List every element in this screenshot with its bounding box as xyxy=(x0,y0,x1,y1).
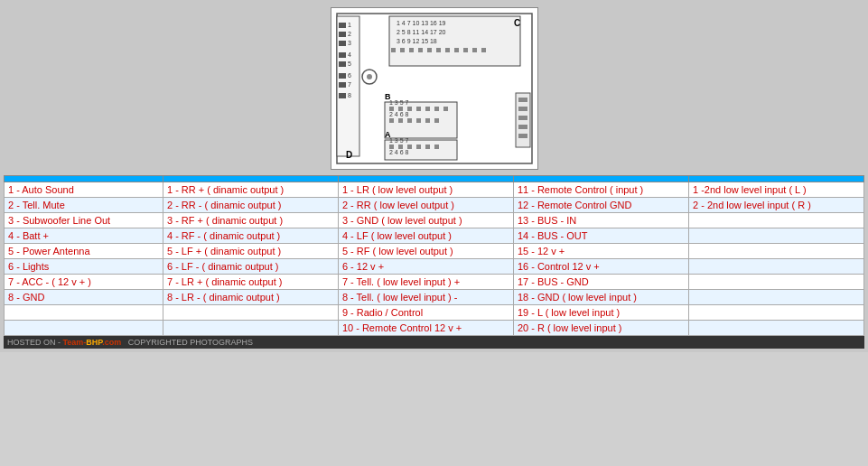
svg-rect-67 xyxy=(518,116,527,120)
svg-text:3: 3 xyxy=(348,40,351,46)
svg-rect-8 xyxy=(409,48,414,52)
table-row: 3 - Subwoofer Line Out3 - RF + ( dinamic… xyxy=(5,213,864,228)
cell-c1-3: 4 - LF ( low level output ) xyxy=(338,228,513,244)
header-d xyxy=(689,176,864,182)
cell-c1-8: 9 - Radio / Control xyxy=(338,305,513,321)
svg-rect-24 xyxy=(339,82,346,88)
pin-table: 1 - Auto Sound1 - RR + ( dinamic output … xyxy=(4,175,864,336)
svg-rect-15 xyxy=(472,48,477,52)
header-a xyxy=(5,176,163,182)
table-row: 10 - Remote Control 12 v +20 - R ( low l… xyxy=(5,321,864,336)
header-c2 xyxy=(513,176,688,182)
cell-c2-0: 11 - Remote Control ( input ) xyxy=(513,182,688,198)
cell-d-1: 2 - 2nd low level input ( R ) xyxy=(689,198,864,213)
svg-rect-12 xyxy=(445,48,450,52)
cell-a-0: 1 - Auto Sound xyxy=(5,182,163,198)
cell-d-7 xyxy=(689,290,864,305)
table-row: 2 - Tell. Mute2 - RR - ( dinamic output … xyxy=(5,198,864,213)
svg-rect-16 xyxy=(481,48,486,52)
cell-a-1: 2 - Tell. Mute xyxy=(5,198,163,213)
cell-a-9 xyxy=(5,321,163,336)
cell-d-6 xyxy=(689,275,864,290)
main-container: C 1 4 7 10 13 16 19 2 5 8 11 14 17 20 3 … xyxy=(0,0,868,352)
svg-rect-59 xyxy=(425,144,430,149)
svg-rect-43 xyxy=(434,107,439,111)
header-b xyxy=(163,176,338,182)
svg-rect-19 xyxy=(339,32,346,37)
svg-rect-51 xyxy=(434,118,439,123)
svg-rect-41 xyxy=(416,107,421,111)
cell-a-4: 5 - Power Antenna xyxy=(5,244,163,259)
svg-rect-20 xyxy=(339,41,346,46)
svg-rect-14 xyxy=(463,48,468,52)
cell-a-3: 4 - Batt + xyxy=(5,228,163,244)
svg-text:1: 1 xyxy=(348,22,351,28)
svg-rect-10 xyxy=(427,48,432,52)
cell-c2-9: 20 - R ( low level input ) xyxy=(513,321,688,336)
svg-rect-50 xyxy=(425,118,430,123)
svg-point-35 xyxy=(367,74,372,79)
cell-b-7: 8 - LR - ( dinamic output ) xyxy=(163,290,338,305)
header-c1 xyxy=(338,176,513,182)
svg-rect-46 xyxy=(389,118,394,123)
svg-rect-13 xyxy=(454,48,459,52)
svg-rect-58 xyxy=(416,144,421,149)
cell-c1-2: 3 - GND ( low level output ) xyxy=(338,213,513,228)
cell-c2-1: 12 - Remote Control GND xyxy=(513,198,688,213)
svg-rect-11 xyxy=(436,48,441,52)
svg-rect-25 xyxy=(339,93,346,98)
svg-text:3  6  9  12  15 18: 3 6 9 12 15 18 xyxy=(397,38,437,44)
table-row: 4 - Batt +4 - RF - ( dinamic output )4 -… xyxy=(5,228,864,244)
diagram-section: C 1 4 7 10 13 16 19 2 5 8 11 14 17 20 3 … xyxy=(4,4,864,175)
cell-d-0: 1 -2nd low level input ( L ) xyxy=(689,182,864,198)
cell-b-0: 1 - RR + ( dinamic output ) xyxy=(163,182,338,198)
cell-a-5: 6 - Lights xyxy=(5,259,163,275)
svg-text:1  3  5  7: 1 3 5 7 xyxy=(389,137,409,144)
cell-b-8 xyxy=(163,305,338,321)
svg-rect-22 xyxy=(339,61,346,67)
svg-text:2  5  8  11  14 17 20: 2 5 8 11 14 17 20 xyxy=(397,29,446,35)
cell-b-1: 2 - RR - ( dinamic output ) xyxy=(163,198,338,213)
cell-a-2: 3 - Subwoofer Line Out xyxy=(5,213,163,228)
footer-copyright: COPYRIGHTED PHOTOGRAPHS xyxy=(124,338,253,347)
svg-rect-18 xyxy=(339,23,346,28)
footer-text: HOSTED ON - xyxy=(7,338,63,347)
table-row: 8 - GND8 - LR - ( dinamic output )8 - Te… xyxy=(5,290,864,305)
table-row: 9 - Radio / Control19 - L ( low level in… xyxy=(5,305,864,321)
cell-c2-3: 14 - BUS - OUT xyxy=(513,228,688,244)
cell-a-6: 7 - ACC - ( 12 v + ) xyxy=(5,275,163,290)
svg-rect-49 xyxy=(416,118,421,123)
svg-rect-47 xyxy=(398,118,403,123)
svg-rect-48 xyxy=(407,118,412,123)
svg-rect-60 xyxy=(434,144,439,149)
cell-c2-8: 19 - L ( low level input ) xyxy=(513,305,688,321)
table-row: 5 - Power Antenna5 - LF + ( dinamic outp… xyxy=(5,244,864,259)
cell-d-5 xyxy=(689,259,864,275)
svg-text:D: D xyxy=(346,150,352,160)
cell-b-2: 3 - RF + ( dinamic output ) xyxy=(163,213,338,228)
svg-rect-66 xyxy=(518,107,527,111)
svg-text:1  4  7  10  13 16 19: 1 4 7 10 13 16 19 xyxy=(397,20,446,26)
cell-d-3 xyxy=(689,228,864,244)
footer-logo: Team-BHP.com xyxy=(63,338,122,347)
cell-b-4: 5 - LF + ( dinamic output ) xyxy=(163,244,338,259)
cell-c1-1: 2 - RR ( low level output ) xyxy=(338,198,513,213)
table-section: 1 - Auto Sound1 - RR + ( dinamic output … xyxy=(4,175,864,336)
cell-a-8 xyxy=(5,305,163,321)
cell-b-5: 6 - LF - ( dinamic output ) xyxy=(163,259,338,275)
table-row: 1 - Auto Sound1 - RR + ( dinamic output … xyxy=(5,182,864,198)
cell-c2-7: 18 - GND ( low level input ) xyxy=(513,290,688,305)
cell-a-7: 8 - GND xyxy=(5,290,163,305)
cell-b-6: 7 - LR + ( dinamic output ) xyxy=(163,275,338,290)
cell-d-4 xyxy=(689,244,864,259)
svg-text:C: C xyxy=(514,18,520,28)
svg-text:8: 8 xyxy=(348,92,351,98)
cell-d-9 xyxy=(689,321,864,336)
svg-rect-9 xyxy=(418,48,423,52)
cell-c1-4: 5 - RF ( low level output ) xyxy=(338,244,513,259)
svg-text:7: 7 xyxy=(348,81,351,88)
cell-c1-5: 6 - 12 v + xyxy=(338,259,513,275)
svg-text:4: 4 xyxy=(348,51,351,58)
svg-text:5: 5 xyxy=(348,61,351,67)
cell-d-2 xyxy=(689,213,864,228)
